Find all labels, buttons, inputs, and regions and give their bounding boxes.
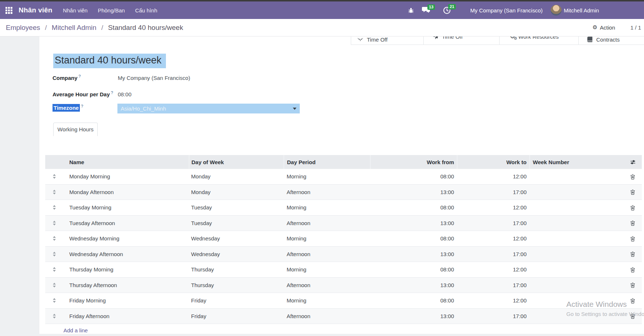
- messages-icon[interactable]: 13: [422, 7, 430, 14]
- cell-name[interactable]: Wednesday Afternoon: [63, 247, 189, 262]
- cell-week-number[interactable]: [529, 185, 624, 200]
- company-switcher[interactable]: My Company (San Francisco): [470, 7, 543, 13]
- cell-work-from[interactable]: 08:00: [370, 200, 457, 215]
- cell-day-of-week[interactable]: Wednesday: [189, 231, 284, 246]
- current-app-title[interactable]: Nhân viên: [19, 6, 53, 14]
- activities-clock-icon[interactable]: 21: [443, 7, 451, 14]
- drag-handle-icon[interactable]: [45, 309, 63, 324]
- cell-work-from[interactable]: 08:00: [370, 262, 457, 277]
- table-row[interactable]: Thursday AfternoonThursdayAfternoon13:00…: [45, 278, 642, 293]
- work-resources-button[interactable]: ⚙⚙ Work Resources: [499, 36, 578, 45]
- table-row[interactable]: Wednesday MorningWednesdayMorning08:0012…: [45, 231, 642, 247]
- cell-day-of-week[interactable]: Tuesday: [189, 216, 284, 231]
- record-pager[interactable]: 1 / 1: [631, 24, 641, 31]
- table-row[interactable]: Friday MorningFridayMorning08:0012:00: [45, 293, 642, 309]
- menu-configuration[interactable]: Cấu hình: [135, 7, 157, 13]
- cell-day-period[interactable]: Morning: [284, 200, 370, 215]
- action-menu-button[interactable]: ⚙ Action: [593, 24, 615, 31]
- cell-work-to[interactable]: 12:00: [457, 262, 529, 277]
- cell-work-from[interactable]: 13:00: [370, 278, 457, 293]
- tab-working-hours[interactable]: Working Hours: [53, 123, 98, 136]
- cell-day-of-week[interactable]: Thursday: [189, 278, 284, 293]
- user-avatar[interactable]: [551, 5, 562, 16]
- column-header-day-period[interactable]: Day Period: [284, 155, 370, 169]
- delete-row-icon[interactable]: [624, 262, 642, 277]
- cell-day-period[interactable]: Afternoon: [284, 185, 370, 200]
- cell-day-period[interactable]: Morning: [284, 293, 370, 308]
- cell-week-number[interactable]: [529, 278, 624, 293]
- cell-work-to[interactable]: 12:00: [457, 200, 529, 215]
- apps-grid-icon[interactable]: [5, 7, 12, 14]
- column-header-work-from[interactable]: Work from: [370, 155, 457, 169]
- cell-week-number[interactable]: [529, 262, 624, 277]
- drag-handle-icon[interactable]: [45, 278, 63, 293]
- drag-handle-icon[interactable]: [45, 169, 63, 184]
- cell-day-period[interactable]: Morning: [284, 262, 370, 277]
- company-value[interactable]: My Company (San Francisco): [118, 75, 190, 81]
- drag-handle-icon[interactable]: [45, 216, 63, 231]
- cell-name[interactable]: Friday Morning: [63, 293, 189, 308]
- table-row[interactable]: Monday AfternoonMondayAfternoon13:0017:0…: [45, 185, 642, 200]
- delete-row-icon[interactable]: [624, 216, 642, 231]
- cell-work-from[interactable]: 13:00: [370, 185, 457, 200]
- cell-name[interactable]: Monday Afternoon: [63, 185, 189, 200]
- table-row[interactable]: Wednesday AfternoonWednesdayAfternoon13:…: [45, 247, 642, 262]
- cell-work-to[interactable]: 12:00: [457, 169, 529, 184]
- drag-handle-icon[interactable]: [45, 231, 63, 246]
- column-header-week-number[interactable]: Week Number: [529, 155, 624, 169]
- menu-employees[interactable]: Nhân viên: [63, 7, 88, 13]
- cell-work-to[interactable]: 12:00: [457, 231, 529, 246]
- cell-work-from[interactable]: 08:00: [370, 169, 457, 184]
- cell-name[interactable]: Tuesday Morning: [63, 200, 189, 215]
- cell-day-of-week[interactable]: Thursday: [189, 262, 284, 277]
- cell-week-number[interactable]: [529, 200, 624, 215]
- timezone-select[interactable]: Asia/Ho_Chi_Minh: [117, 104, 300, 113]
- average-hour-value[interactable]: 08:00: [118, 91, 132, 97]
- cell-name[interactable]: Thursday Morning: [63, 262, 189, 277]
- delete-row-icon[interactable]: [624, 231, 642, 246]
- breadcrumb-employees[interactable]: Employees: [6, 24, 40, 31]
- cell-day-of-week[interactable]: Friday: [189, 293, 284, 308]
- drag-handle-icon[interactable]: [45, 185, 63, 200]
- cell-work-to[interactable]: 17:00: [457, 278, 529, 293]
- user-menu[interactable]: Mitchell Admin: [564, 7, 644, 13]
- optional-columns-icon[interactable]: [624, 155, 642, 169]
- delete-row-icon[interactable]: [624, 200, 642, 215]
- column-header-work-to[interactable]: Work to: [457, 155, 529, 169]
- cell-work-from[interactable]: 13:00: [370, 216, 457, 231]
- cell-day-of-week[interactable]: Friday: [189, 309, 284, 324]
- record-title-text[interactable]: Standard 40 hours/week: [53, 54, 166, 68]
- cell-day-period[interactable]: Morning: [284, 231, 370, 246]
- table-row[interactable]: Monday MorningMondayMorning08:0012:00: [45, 169, 642, 185]
- cell-day-period[interactable]: Afternoon: [284, 278, 370, 293]
- drag-handle-icon[interactable]: [45, 262, 63, 277]
- cell-work-to[interactable]: 17:00: [457, 216, 529, 231]
- cell-work-to[interactable]: 17:00: [457, 309, 529, 324]
- cell-day-period[interactable]: Afternoon: [284, 247, 370, 262]
- cell-work-from[interactable]: 08:00: [370, 293, 457, 308]
- delete-row-icon[interactable]: [624, 293, 642, 308]
- cell-week-number[interactable]: [529, 216, 624, 231]
- cell-work-from[interactable]: 13:00: [370, 247, 457, 262]
- drag-handle-icon[interactable]: [45, 200, 63, 215]
- table-row[interactable]: Tuesday MorningTuesdayMorning08:0012:00: [45, 200, 642, 216]
- table-row[interactable]: Friday AfternoonFridayAfternoon13:0017:0…: [45, 309, 642, 324]
- menu-departments[interactable]: Phòng/Ban: [98, 7, 125, 13]
- cell-name[interactable]: Friday Afternoon: [63, 309, 189, 324]
- debug-bug-icon[interactable]: [408, 7, 414, 13]
- cell-day-period[interactable]: Afternoon: [284, 216, 370, 231]
- delete-row-icon[interactable]: [624, 247, 642, 262]
- cell-work-from[interactable]: 08:00: [370, 231, 457, 246]
- cell-work-to[interactable]: 17:00: [457, 185, 529, 200]
- cell-name[interactable]: Tuesday Afternoon: [63, 216, 189, 231]
- cell-day-of-week[interactable]: Tuesday: [189, 200, 284, 215]
- cell-work-from[interactable]: 13:00: [370, 309, 457, 324]
- cell-day-period[interactable]: Morning: [284, 169, 370, 184]
- delete-row-icon[interactable]: [624, 169, 642, 184]
- time-off-button[interactable]: Time Off: [351, 36, 423, 45]
- cell-week-number[interactable]: [529, 231, 624, 246]
- drag-handle-icon[interactable]: [45, 247, 63, 262]
- table-row[interactable]: Tuesday AfternoonTuesdayAfternoon13:0017…: [45, 216, 642, 231]
- time-off-button-2[interactable]: Time Off: [423, 36, 499, 45]
- cell-name[interactable]: Thursday Afternoon: [63, 278, 189, 293]
